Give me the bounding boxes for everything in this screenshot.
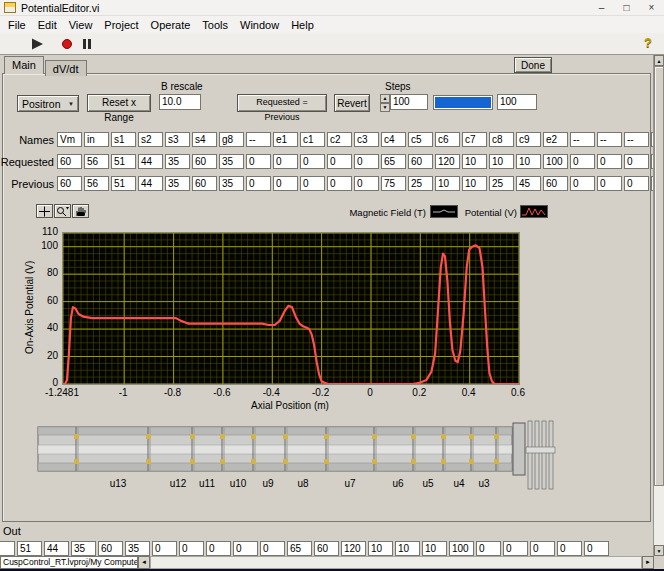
run-button[interactable] bbox=[28, 37, 46, 51]
requested-cell[interactable]: 0 bbox=[246, 154, 271, 169]
steps-decrement-button[interactable]: ▼ bbox=[380, 103, 390, 112]
requested-cell[interactable]: 100 bbox=[543, 154, 568, 169]
cursor-tool-icon[interactable] bbox=[36, 204, 53, 218]
pause-button[interactable] bbox=[78, 37, 96, 51]
steps-increment-button[interactable]: ▲ bbox=[380, 94, 390, 103]
done-button[interactable]: Done bbox=[514, 57, 552, 73]
previous-cell: 60 bbox=[57, 176, 82, 191]
requested-cell[interactable]: 10 bbox=[462, 154, 487, 169]
out-cell: 10 bbox=[368, 541, 393, 556]
maximize-button[interactable]: □ bbox=[614, 0, 639, 16]
requested-cell[interactable]: 35 bbox=[165, 154, 190, 169]
zoom-tool-icon[interactable] bbox=[54, 204, 71, 218]
requested-cell[interactable]: 60 bbox=[192, 154, 217, 169]
vscroll-down-button[interactable]: ▼ bbox=[654, 545, 664, 556]
electrode-labels: u13u12u11u10u9u8u7u6u5u4u3 bbox=[36, 478, 556, 491]
particle-type-value: Positron bbox=[22, 98, 61, 110]
requested-cell[interactable]: 56 bbox=[84, 154, 109, 169]
steps-input[interactable]: 100 bbox=[390, 94, 428, 110]
name-cell[interactable]: g8 bbox=[219, 132, 244, 147]
name-cell[interactable]: c1 bbox=[300, 132, 325, 147]
menu-project[interactable]: Project bbox=[98, 18, 144, 32]
name-cell[interactable]: c8 bbox=[489, 132, 514, 147]
vscroll-thumb[interactable] bbox=[654, 66, 664, 486]
hscroll-left-button[interactable]: ◄ bbox=[138, 556, 150, 569]
previous-cell: 0 bbox=[597, 176, 622, 191]
x-tick-label: -0.6 bbox=[213, 387, 230, 398]
legend-magnetic-field-sample[interactable] bbox=[430, 205, 458, 218]
requested-cell[interactable]: 0 bbox=[597, 154, 622, 169]
name-cell[interactable]: in bbox=[84, 132, 109, 147]
name-cell[interactable]: -- bbox=[624, 132, 649, 147]
out-cell: 0 bbox=[476, 541, 501, 556]
name-cell[interactable]: c9 bbox=[516, 132, 541, 147]
name-cell[interactable]: s1 bbox=[111, 132, 136, 147]
y-tick-label: 110 bbox=[32, 227, 58, 237]
minimize-button[interactable]: – bbox=[589, 0, 614, 16]
requested-cell[interactable]: 60 bbox=[408, 154, 433, 169]
reset-x-range-button[interactable]: Reset x Range bbox=[87, 94, 151, 112]
close-button[interactable]: × bbox=[639, 0, 664, 16]
particle-type-selector[interactable]: Positron ▼ bbox=[17, 95, 79, 112]
requested-cell[interactable]: 10 bbox=[516, 154, 541, 169]
name-cell[interactable]: c2 bbox=[327, 132, 352, 147]
menu-edit[interactable]: Edit bbox=[32, 18, 63, 32]
revert-button[interactable]: Revert bbox=[334, 94, 370, 112]
name-cell[interactable]: e1 bbox=[273, 132, 298, 147]
tab-main[interactable]: Main bbox=[4, 56, 44, 74]
requested-cell[interactable]: 51 bbox=[111, 154, 136, 169]
requested-cell[interactable]: 0 bbox=[300, 154, 325, 169]
vertical-scrollbar[interactable]: ▲ ▼ bbox=[653, 55, 664, 556]
requested-cell[interactable]: 0 bbox=[570, 154, 595, 169]
requested-cell[interactable]: 120 bbox=[435, 154, 460, 169]
menu-view[interactable]: View bbox=[63, 18, 99, 32]
execution-target-selector[interactable]: CuspControl_RT.lvproj/My Computer bbox=[0, 556, 138, 569]
requested-cell[interactable]: 0 bbox=[327, 154, 352, 169]
pan-tool-icon[interactable] bbox=[72, 204, 89, 218]
name-cell[interactable]: -- bbox=[597, 132, 622, 147]
plot-area[interactable] bbox=[62, 232, 520, 385]
name-cell[interactable]: -- bbox=[570, 132, 595, 147]
name-cell[interactable]: -- bbox=[246, 132, 271, 147]
vscroll-up-button[interactable]: ▲ bbox=[654, 55, 664, 66]
name-cell[interactable]: s3 bbox=[165, 132, 190, 147]
name-cell[interactable]: c6 bbox=[435, 132, 460, 147]
legend-potential-label[interactable]: Potential (V) bbox=[460, 207, 517, 218]
tab-dvdt[interactable]: dV/dt bbox=[45, 60, 87, 76]
out-cell: 60 bbox=[314, 541, 339, 556]
requested-cell[interactable]: 35 bbox=[219, 154, 244, 169]
abort-button[interactable] bbox=[58, 37, 76, 51]
requested-cell[interactable]: 0 bbox=[273, 154, 298, 169]
name-cell[interactable]: c7 bbox=[462, 132, 487, 147]
out-cell: 0 bbox=[557, 541, 582, 556]
requested-cell[interactable]: 0 bbox=[624, 154, 649, 169]
name-cell[interactable]: Vm bbox=[57, 132, 82, 147]
name-cell[interactable]: c5 bbox=[408, 132, 433, 147]
b-rescale-input[interactable]: 10.0 bbox=[159, 94, 201, 110]
name-cell[interactable]: c4 bbox=[381, 132, 406, 147]
menu-file[interactable]: File bbox=[2, 18, 32, 32]
requested-cell[interactable]: 60 bbox=[57, 154, 82, 169]
name-cell[interactable]: s2 bbox=[138, 132, 163, 147]
menu-window[interactable]: Window bbox=[234, 18, 285, 32]
name-cell[interactable]: s4 bbox=[192, 132, 217, 147]
menu-operate[interactable]: Operate bbox=[145, 18, 197, 32]
previous-cell: 10 bbox=[462, 176, 487, 191]
previous-cell: 0 bbox=[246, 176, 271, 191]
y-tick-label: 40 bbox=[32, 323, 58, 333]
hscroll-track[interactable] bbox=[150, 556, 642, 569]
name-cell[interactable]: c3 bbox=[354, 132, 379, 147]
steps-total-input[interactable]: 100 bbox=[497, 94, 537, 110]
hscroll-right-button[interactable]: ► bbox=[642, 556, 654, 569]
menu-tools[interactable]: Tools bbox=[196, 18, 234, 32]
requested-cell[interactable]: 44 bbox=[138, 154, 163, 169]
help-icon[interactable]: ? bbox=[644, 35, 652, 50]
legend-magnetic-field-label[interactable]: Magnetic Field (T) bbox=[340, 207, 426, 218]
menu-help[interactable]: Help bbox=[285, 18, 320, 32]
requested-cell[interactable]: 0 bbox=[354, 154, 379, 169]
requested-equals-previous-button[interactable]: Requested = Previous bbox=[237, 94, 327, 112]
legend-potential-sample[interactable] bbox=[520, 205, 548, 218]
requested-cell[interactable]: 10 bbox=[489, 154, 514, 169]
name-cell[interactable]: e2 bbox=[543, 132, 568, 147]
requested-cell[interactable]: 65 bbox=[381, 154, 406, 169]
